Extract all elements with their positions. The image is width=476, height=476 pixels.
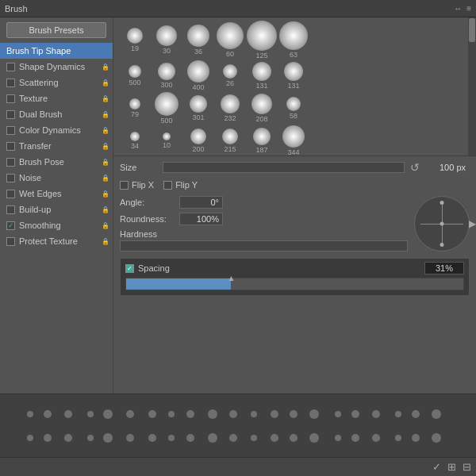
svg-point-10 (229, 410, 237, 418)
sidebar-item-noise[interactable]: Noise🔒 (0, 170, 113, 186)
brush-cell[interactable]: 19 (120, 28, 150, 52)
brush-cell[interactable]: 400 (183, 60, 213, 91)
brush-cell[interactable]: 34 (120, 132, 150, 150)
brush-row: 50030040026131131 (120, 60, 473, 91)
brush-cell[interactable]: 131 (247, 62, 277, 90)
sidebar-item-scattering[interactable]: Scattering🔒 (0, 75, 113, 90)
brush-size-label: 200 (192, 145, 204, 153)
brush-cell[interactable]: 58 (278, 97, 309, 120)
brush-row: 1930366012563 (120, 21, 473, 60)
brush-cell[interactable]: 500 (152, 92, 182, 125)
spacing-section: ✓ Spacing 31% ▲ (120, 258, 470, 296)
sidebar-item-smoothing[interactable]: ✓Smoothing🔒 (0, 217, 113, 233)
controls-area: Size ↺ 100 px Flip X Flip Y (113, 156, 476, 393)
circle-center-dot (440, 222, 444, 226)
sidebar-item-label: Noise (19, 173, 41, 182)
svg-point-15 (335, 411, 341, 417)
brush-cell[interactable]: 60 (215, 22, 245, 58)
checkbox-icon (6, 190, 15, 198)
flip-row: Flip X Flip Y (120, 180, 470, 190)
svg-point-1 (44, 410, 52, 418)
size-label: Size (120, 163, 159, 172)
spacing-row: ✓ Spacing 31% (125, 262, 464, 274)
size-slider[interactable] (163, 162, 405, 173)
lock-icon: 🔒 (102, 238, 109, 245)
brush-cell[interactable]: 215 (215, 129, 245, 153)
sidebar-item-dual-brush[interactable]: Dual Brush🔒 (0, 106, 113, 122)
check-icon[interactable]: ✓ (432, 461, 441, 473)
sidebar-item-brush-pose[interactable]: Brush Pose🔒 (0, 154, 113, 170)
menu-icon[interactable]: ≡ (466, 4, 471, 13)
brush-cell[interactable]: 300 (152, 63, 182, 89)
svg-point-3 (87, 411, 94, 417)
brush-cell[interactable]: 63 (278, 21, 309, 59)
brush-cell[interactable]: 187 (247, 128, 277, 154)
svg-point-41 (432, 433, 441, 443)
circle-widget[interactable] (414, 196, 470, 251)
sidebar-item-wet-edges[interactable]: Wet Edges🔒 (0, 186, 113, 202)
brush-cell[interactable]: 500 (120, 65, 150, 86)
brush-cell[interactable]: 131 (278, 62, 309, 90)
brush-thumbnail (190, 95, 207, 113)
brush-thumbnail (155, 92, 178, 116)
brush-thumbnail (247, 21, 277, 51)
svg-point-40 (412, 434, 420, 442)
panel-title: Brush (5, 4, 28, 13)
brush-thumbnail (217, 22, 244, 49)
hardness-slider[interactable] (120, 240, 408, 251)
flip-x-checkbox[interactable] (120, 181, 129, 190)
lock-icon: 🔒 (102, 159, 109, 166)
delete-icon[interactable]: ⊟ (463, 461, 471, 473)
grid-icon[interactable]: ⊞ (447, 461, 456, 473)
brush-thumbnail (221, 94, 240, 113)
angle-input[interactable] (179, 196, 223, 209)
sidebar-item-build-up[interactable]: Build-up🔒 (0, 202, 113, 217)
spacing-slider[interactable]: ▲ (125, 278, 464, 290)
lock-icon: 🔒 (102, 206, 109, 213)
hardness-section: Hardness (120, 229, 408, 251)
brush-cell[interactable]: 344 (278, 125, 309, 156)
brush-size-label: 19 (131, 44, 139, 52)
lock-icon: 🔒 (102, 79, 109, 86)
left-sidebar: Brush Presets Brush Tip ShapeShape Dynam… (0, 17, 113, 393)
brush-thumbnail (127, 28, 143, 44)
brush-cell[interactable]: 36 (183, 25, 213, 56)
main-content: Brush Presets Brush Tip ShapeShape Dynam… (0, 17, 476, 393)
brush-presets-button[interactable]: Brush Presets (6, 22, 106, 38)
brush-cell[interactable]: 232 (215, 94, 245, 122)
brush-cell[interactable]: 26 (215, 64, 245, 87)
spacing-checkbox[interactable]: ✓ (125, 264, 134, 273)
sidebar-item-texture[interactable]: Texture🔒 (0, 90, 113, 106)
reset-size-icon[interactable]: ↺ (410, 161, 420, 174)
brush-size-label: 301 (192, 113, 204, 121)
brush-cell[interactable]: 10 (152, 132, 182, 149)
brush-size-label: 131 (287, 82, 299, 90)
angle-roundness-area: Angle: Roundness: Hardness (120, 196, 470, 251)
brush-cell[interactable]: 79 (120, 98, 150, 118)
resize-icon[interactable]: ↔ (454, 4, 462, 13)
sidebar-item-transfer[interactable]: Transfer🔒 (0, 138, 113, 154)
scrollbar-vertical[interactable] (468, 17, 476, 155)
brush-cell[interactable]: 301 (183, 95, 213, 121)
sidebar-item-color-dynamics[interactable]: Color Dynamics🔒 (0, 122, 113, 138)
circle-arrow-icon[interactable]: ▶ (469, 218, 476, 229)
sidebar-item-protect-texture[interactable]: Protect Texture🔒 (0, 233, 113, 249)
sidebar-item-label: Smoothing (19, 221, 61, 230)
sidebar-item-label: Color Dynamics (19, 125, 81, 135)
svg-point-29 (186, 434, 194, 442)
brush-size-label: 58 (290, 112, 298, 120)
brush-cell[interactable]: 125 (247, 21, 277, 60)
brush-cell[interactable]: 208 (247, 94, 277, 123)
sidebar-item-brush-tip-shape[interactable]: Brush Tip Shape (0, 43, 113, 59)
brush-cell[interactable]: 200 (183, 129, 213, 153)
svg-point-22 (44, 434, 52, 442)
brush-size-label: 400 (192, 83, 204, 91)
roundness-input[interactable] (179, 213, 223, 225)
sidebar-items-container: Brush Tip ShapeShape Dynamics🔒Scattering… (0, 43, 113, 249)
brush-cell[interactable]: 30 (152, 25, 182, 55)
svg-point-16 (351, 410, 359, 418)
brush-size-label: 60 (226, 50, 234, 58)
svg-point-5 (126, 410, 134, 418)
sidebar-item-shape-dynamics[interactable]: Shape Dynamics🔒 (0, 59, 113, 75)
flip-y-checkbox[interactable] (163, 181, 172, 190)
